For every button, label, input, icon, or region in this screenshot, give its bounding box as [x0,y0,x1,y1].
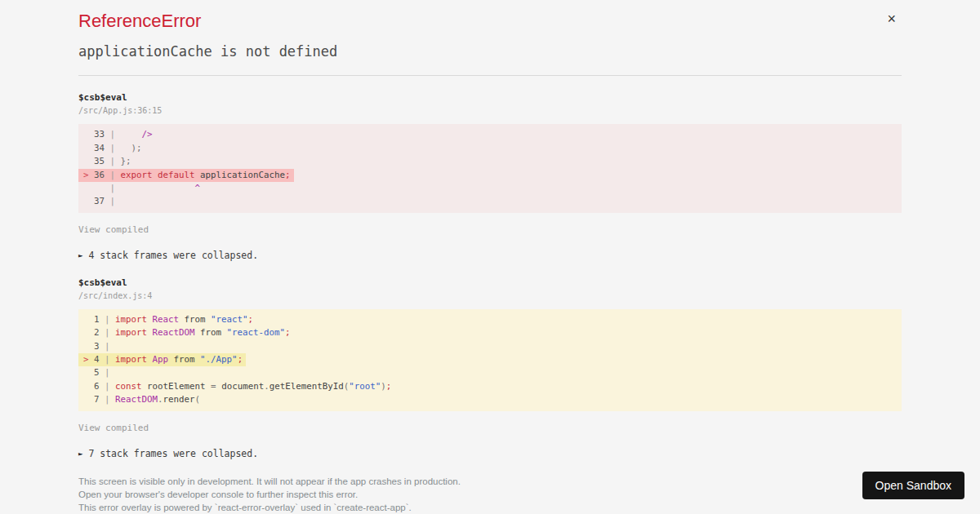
error-overlay: × ReferenceError applicationCache is not… [0,0,980,514]
stack-frames: $csb$eval/src/App.js:36:15 33 | /> 34 | … [78,92,902,459]
code-frame: 33 | /> 34 | ); 35 | };> 36 | export def… [78,124,902,212]
view-compiled-link[interactable]: View compiled [78,423,902,433]
footer-line-powered-by: This error overlay is powered by `react-… [78,501,902,514]
footer-line-development: This screen is visible only in developme… [78,475,902,488]
code-line: 37 | [78,195,902,208]
frame-file-location: /src/App.js:36:15 [78,106,902,115]
collapsed-frames-label: 4 stack frames were collapsed. [88,250,258,261]
code-line: 33 | /> [78,128,902,141]
code-line: > 4 | import App from "./App"; [78,353,902,366]
error-message: applicationCache is not defined [78,43,902,60]
stack-frame-header: $csb$eval/src/App.js:36:15 [78,92,902,115]
code-line: 35 | }; [78,155,902,168]
code-line: 7 | ReactDOM.render( [78,393,902,406]
collapsed-frames-label: 7 stack frames were collapsed. [88,448,258,459]
code-line: 6 | const rootElement = document.getElem… [78,380,902,393]
collapsed-frames-toggle[interactable]: ►4 stack frames were collapsed. [78,250,902,261]
collapsed-frames-toggle[interactable]: ►7 stack frames were collapsed. [78,448,902,459]
stack-frame-header: $csb$eval/src/index.js:4 [78,277,902,300]
code-line: | ^ [78,182,902,195]
frame-file-location: /src/index.js:4 [78,291,902,300]
code-line: 1 | import React from "react"; [78,313,902,326]
view-compiled-link[interactable]: View compiled [78,224,902,235]
code-line: 2 | import ReactDOM from "react-dom"; [78,326,902,339]
frame-function-name: $csb$eval [78,92,902,103]
code-line: 3 | [78,340,902,353]
open-sandbox-button[interactable]: Open Sandbox [862,472,964,499]
collapse-arrow-icon: ► [78,251,82,259]
close-icon[interactable]: × [887,11,896,26]
frame-function-name: $csb$eval [78,277,902,288]
footer-line-console: Open your browser's developer console to… [78,488,902,501]
error-title: ReferenceError [78,11,902,31]
code-frame: 1 | import React from "react"; 2 | impor… [78,309,902,411]
collapse-arrow-icon: ► [78,450,82,458]
code-line: > 36 | export default applicationCache; [78,169,902,182]
code-line: 34 | ); [78,142,902,155]
code-line: 5 | [78,366,902,379]
footer-note: This screen is visible only in developme… [78,475,902,514]
divider [78,75,902,76]
